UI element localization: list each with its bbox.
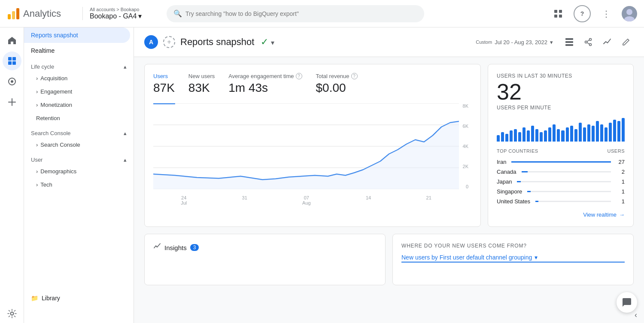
bar-chart-bar bbox=[574, 129, 577, 142]
chart-svg bbox=[153, 103, 459, 189]
bar-chart-bar bbox=[570, 126, 573, 142]
channel-dropdown[interactable]: New users by First user default channel … bbox=[401, 254, 625, 263]
svg-rect-0 bbox=[8, 14, 11, 19]
new-users-label[interactable]: New users bbox=[188, 73, 215, 79]
nav-reports[interactable] bbox=[3, 51, 21, 70]
svg-point-16 bbox=[10, 312, 13, 315]
countries-table: TOP COUNTRIES USERS Iran 27 Canada 2 Jap… bbox=[497, 148, 625, 206]
sidebar-item-tech[interactable]: › Tech bbox=[24, 178, 134, 191]
sidebar-section-user[interactable]: User ▴ bbox=[24, 151, 134, 165]
cards-row: Users 87K New users 83K Average engageme… bbox=[144, 64, 634, 227]
bar-chart-bar bbox=[514, 129, 517, 142]
page-header: A + Reports snapshot ✓ ▾ Custom Jul 20 -… bbox=[134, 27, 644, 57]
nav-advertising[interactable] bbox=[3, 93, 21, 112]
chevron-right-icon: › bbox=[36, 88, 38, 95]
nav-home[interactable] bbox=[3, 31, 21, 50]
countries-list: Iran 27 Canada 2 Japan 1 Singapore 1 Uni bbox=[497, 157, 625, 206]
revenue-value: $0.00 bbox=[316, 81, 358, 95]
sidebar-item-library[interactable]: 📁 Library bbox=[24, 290, 131, 306]
sidebar-item-search-console[interactable]: › Search Console bbox=[24, 138, 134, 151]
sidebar-item-label: Reports snapshot bbox=[31, 32, 78, 39]
property-name[interactable]: Bookapo - GA4 ▾ bbox=[90, 12, 160, 20]
insights-label: Insights bbox=[164, 244, 187, 251]
sidebar-section-search-console[interactable]: Search Console ▴ bbox=[24, 125, 134, 138]
metric-engagement: Average engagement time ? 1m 43s bbox=[228, 73, 302, 95]
chat-button[interactable] bbox=[617, 292, 637, 313]
page-title: Reports snapshot ✓ ▾ bbox=[180, 36, 274, 48]
bar-chart-bar bbox=[579, 123, 582, 142]
realtime-number: 32 bbox=[497, 81, 625, 103]
svg-rect-5 bbox=[554, 15, 557, 18]
sidebar-item-retention[interactable]: Retention bbox=[24, 112, 134, 125]
search-input[interactable] bbox=[185, 10, 417, 17]
svg-point-21 bbox=[585, 41, 587, 43]
realtime-card: USERS IN LAST 30 MINUTES 32 USERS PER MI… bbox=[488, 64, 634, 227]
apps-button[interactable] bbox=[550, 5, 567, 22]
share-button[interactable] bbox=[580, 34, 596, 50]
x-label-14: 14 bbox=[366, 195, 371, 205]
arrow-right-icon: → bbox=[619, 211, 625, 218]
bottom-row: Insights 3 WHERE DO YOUR NEW USERS COME … bbox=[144, 234, 634, 285]
account-selector[interactable]: All accounts > Bookapo Bookapo - GA4 ▾ bbox=[82, 7, 160, 20]
svg-rect-6 bbox=[559, 15, 562, 18]
bar-chart-bar bbox=[510, 130, 513, 142]
search-bar[interactable]: 🔍 bbox=[167, 5, 424, 22]
svg-rect-12 bbox=[8, 61, 12, 65]
edit-button[interactable] bbox=[618, 34, 634, 50]
metric-new-users: New users 83K bbox=[188, 73, 215, 95]
svg-marker-31 bbox=[153, 121, 459, 189]
bar-chart-bar bbox=[544, 130, 547, 142]
bar-chart-bar bbox=[553, 124, 556, 142]
sidebar-item-acquisition[interactable]: › Acquisition bbox=[24, 72, 134, 85]
view-realtime-link[interactable]: View realtime → bbox=[497, 211, 625, 218]
country-row: United States 1 bbox=[497, 196, 625, 206]
more-options-button[interactable]: ⋮ bbox=[598, 5, 615, 22]
chevron-down-icon[interactable]: ▾ bbox=[271, 39, 274, 46]
svg-rect-10 bbox=[8, 57, 12, 60]
bar-chart-bar bbox=[592, 126, 595, 142]
chart-x-labels: 24Jul 31 07Aug 14 21 bbox=[153, 193, 472, 205]
date-range-selector[interactable]: Custom Jul 20 - Aug 23, 2022 ▾ bbox=[471, 36, 558, 48]
insights-header: Insights 3 bbox=[153, 243, 377, 252]
icon-navigation bbox=[0, 27, 24, 323]
chevron-down-icon: ▾ bbox=[550, 39, 553, 45]
nav-explore[interactable] bbox=[3, 72, 21, 91]
bar-chart-bar bbox=[566, 127, 569, 142]
bar-chart-bar bbox=[505, 134, 508, 142]
sidebar-item-realtime[interactable]: Realtime bbox=[24, 43, 130, 58]
content-area: Users 87K New users 83K Average engageme… bbox=[134, 57, 644, 292]
avatar[interactable] bbox=[622, 6, 637, 21]
add-comparison-button[interactable]: + bbox=[163, 36, 175, 48]
sidebar-item-label: Realtime bbox=[31, 47, 55, 54]
svg-rect-17 bbox=[565, 38, 573, 40]
sidebar-section-lifecycle[interactable]: Life cycle ▴ bbox=[24, 58, 134, 72]
country-row: Japan 1 bbox=[497, 177, 625, 187]
sidebar-item-demographics[interactable]: › Demographics bbox=[24, 165, 134, 178]
sidebar-item-reports-snapshot[interactable]: Reports snapshot bbox=[24, 27, 130, 43]
breadcrumb: All accounts > Bookapo bbox=[90, 7, 160, 12]
top-navigation: Analytics All accounts > Bookapo Bookapo… bbox=[0, 0, 644, 27]
search-icon: 🔍 bbox=[173, 9, 182, 18]
table-view-button[interactable] bbox=[562, 34, 577, 50]
nav-settings[interactable] bbox=[3, 304, 21, 323]
help-button[interactable]: ? bbox=[574, 5, 591, 22]
country-row: Canada 2 bbox=[497, 167, 625, 177]
chevron-up-icon: ▴ bbox=[124, 130, 127, 136]
bar-chart-bar bbox=[583, 127, 586, 142]
main-content: A + Reports snapshot ✓ ▾ Custom Jul 20 -… bbox=[134, 27, 644, 323]
page-header-right: Custom Jul 20 - Aug 23, 2022 ▾ bbox=[471, 34, 634, 50]
bar-chart-bar bbox=[561, 130, 564, 142]
svg-rect-4 bbox=[559, 10, 562, 13]
insights-card: Insights 3 bbox=[144, 234, 386, 285]
bar-chart-bar bbox=[518, 132, 521, 142]
users-label[interactable]: Users bbox=[153, 73, 175, 79]
bar-chart-bar bbox=[497, 135, 500, 142]
sidebar-item-engagement[interactable]: › Engagement bbox=[24, 85, 134, 98]
chevron-right-icon: › bbox=[36, 102, 38, 108]
svg-point-22 bbox=[589, 44, 592, 46]
page-header-left: A + Reports snapshot ✓ ▾ bbox=[144, 35, 274, 49]
svg-rect-19 bbox=[565, 44, 573, 46]
insights-button[interactable] bbox=[599, 34, 615, 50]
sidebar-item-monetization[interactable]: › Monetization bbox=[24, 98, 134, 112]
svg-rect-30 bbox=[153, 103, 175, 104]
